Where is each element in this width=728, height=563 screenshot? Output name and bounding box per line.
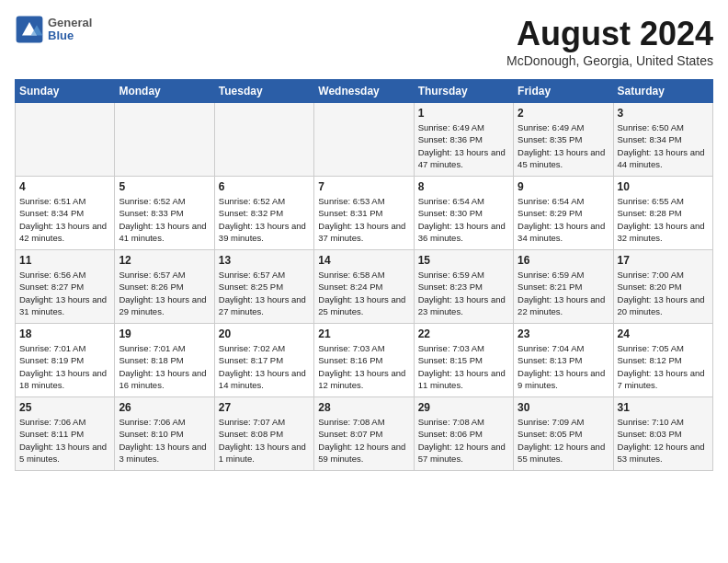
day-number: 6 — [219, 180, 310, 193]
day-info: Sunrise: 7:08 AMSunset: 8:06 PMDaylight:… — [418, 416, 509, 465]
day-info: Sunrise: 6:57 AMSunset: 8:25 PMDaylight:… — [219, 269, 310, 317]
day-number: 26 — [119, 401, 210, 414]
calendar-cell: 19 Sunrise: 7:01 AMSunset: 8:18 PMDaylig… — [115, 324, 214, 397]
weekday-header-tuesday: Tuesday — [214, 80, 313, 103]
day-number: 13 — [219, 254, 310, 267]
calendar-week-2: 4 Sunrise: 6:51 AMSunset: 8:34 PMDayligh… — [16, 177, 713, 250]
day-info: Sunrise: 7:06 AMSunset: 8:10 PMDaylight:… — [119, 416, 210, 465]
calendar-cell: 18 Sunrise: 7:01 AMSunset: 8:19 PMDaylig… — [16, 324, 115, 397]
calendar-cell: 4 Sunrise: 6:51 AMSunset: 8:34 PMDayligh… — [16, 177, 115, 250]
day-number: 27 — [219, 401, 310, 414]
calendar-cell: 27 Sunrise: 7:07 AMSunset: 8:08 PMDaylig… — [214, 397, 313, 471]
day-number: 8 — [418, 180, 509, 193]
day-info: Sunrise: 6:49 AMSunset: 8:35 PMDaylight:… — [518, 121, 609, 170]
day-number: 10 — [618, 180, 709, 193]
day-number: 9 — [518, 180, 609, 193]
location: McDonough, Georgia, United States — [506, 53, 713, 68]
day-info: Sunrise: 6:59 AMSunset: 8:23 PMDaylight:… — [418, 269, 509, 317]
calendar-cell: 14 Sunrise: 6:58 AMSunset: 8:24 PMDaylig… — [314, 250, 414, 324]
month-title: August 2024 — [506, 15, 713, 53]
day-number: 31 — [618, 401, 709, 414]
day-info: Sunrise: 7:00 AMSunset: 8:20 PMDaylight:… — [618, 269, 709, 317]
day-info: Sunrise: 6:54 AMSunset: 8:30 PMDaylight:… — [418, 195, 509, 244]
calendar-cell — [16, 103, 115, 177]
calendar-cell: 12 Sunrise: 6:57 AMSunset: 8:26 PMDaylig… — [115, 250, 214, 324]
day-number: 14 — [318, 254, 409, 267]
day-number: 25 — [19, 401, 110, 414]
weekday-header-row: SundayMondayTuesdayWednesdayThursdayFrid… — [16, 80, 713, 103]
calendar-cell: 28 Sunrise: 7:08 AMSunset: 8:07 PMDaylig… — [314, 397, 414, 471]
day-info: Sunrise: 6:49 AMSunset: 8:36 PMDaylight:… — [418, 121, 509, 170]
logo-line2: Blue — [48, 29, 92, 42]
logo-icon — [15, 15, 44, 44]
calendar-cell: 22 Sunrise: 7:03 AMSunset: 8:15 PMDaylig… — [414, 324, 513, 397]
calendar-cell — [115, 103, 214, 177]
logo-line1: General — [48, 17, 92, 29]
calendar-cell — [314, 103, 414, 177]
day-number: 15 — [418, 254, 509, 267]
calendar-cell: 25 Sunrise: 7:06 AMSunset: 8:11 PMDaylig… — [16, 397, 115, 471]
day-number: 11 — [19, 254, 110, 267]
day-info: Sunrise: 6:50 AMSunset: 8:34 PMDaylight:… — [618, 121, 709, 170]
day-info: Sunrise: 6:54 AMSunset: 8:29 PMDaylight:… — [518, 195, 609, 244]
weekday-header-sunday: Sunday — [16, 80, 115, 103]
day-info: Sunrise: 6:53 AMSunset: 8:31 PMDaylight:… — [318, 195, 409, 244]
logo-text: General Blue — [48, 17, 92, 43]
day-number: 17 — [618, 254, 709, 267]
calendar-cell: 9 Sunrise: 6:54 AMSunset: 8:29 PMDayligh… — [514, 177, 613, 250]
calendar-cell: 6 Sunrise: 6:52 AMSunset: 8:32 PMDayligh… — [214, 177, 313, 250]
calendar-cell: 30 Sunrise: 7:09 AMSunset: 8:05 PMDaylig… — [514, 397, 613, 471]
day-info: Sunrise: 6:57 AMSunset: 8:26 PMDaylight:… — [119, 269, 210, 317]
calendar-cell: 1 Sunrise: 6:49 AMSunset: 8:36 PMDayligh… — [414, 103, 513, 177]
calendar-cell: 17 Sunrise: 7:00 AMSunset: 8:20 PMDaylig… — [613, 250, 712, 324]
day-info: Sunrise: 7:01 AMSunset: 8:19 PMDaylight:… — [19, 342, 110, 391]
day-info: Sunrise: 7:03 AMSunset: 8:16 PMDaylight:… — [318, 342, 409, 391]
day-info: Sunrise: 6:52 AMSunset: 8:32 PMDaylight:… — [219, 195, 310, 244]
calendar-week-4: 18 Sunrise: 7:01 AMSunset: 8:19 PMDaylig… — [16, 324, 713, 397]
weekday-header-monday: Monday — [115, 80, 214, 103]
day-info: Sunrise: 6:55 AMSunset: 8:28 PMDaylight:… — [618, 195, 709, 244]
day-info: Sunrise: 6:51 AMSunset: 8:34 PMDaylight:… — [19, 195, 110, 244]
calendar-cell: 15 Sunrise: 6:59 AMSunset: 8:23 PMDaylig… — [414, 250, 513, 324]
day-number: 19 — [119, 327, 210, 340]
day-number: 7 — [318, 180, 409, 193]
calendar-cell: 7 Sunrise: 6:53 AMSunset: 8:31 PMDayligh… — [314, 177, 414, 250]
weekday-header-saturday: Saturday — [613, 80, 712, 103]
day-info: Sunrise: 7:06 AMSunset: 8:11 PMDaylight:… — [19, 416, 110, 465]
day-info: Sunrise: 7:10 AMSunset: 8:03 PMDaylight:… — [618, 416, 709, 465]
title-area: August 2024 McDonough, Georgia, United S… — [506, 15, 713, 68]
day-info: Sunrise: 7:07 AMSunset: 8:08 PMDaylight:… — [219, 416, 310, 465]
day-number: 3 — [618, 107, 709, 120]
calendar-table: SundayMondayTuesdayWednesdayThursdayFrid… — [15, 79, 713, 471]
day-number: 4 — [19, 180, 110, 193]
calendar-cell: 16 Sunrise: 6:59 AMSunset: 8:21 PMDaylig… — [514, 250, 613, 324]
day-info: Sunrise: 6:59 AMSunset: 8:21 PMDaylight:… — [518, 269, 609, 317]
day-number: 21 — [318, 327, 409, 340]
day-info: Sunrise: 7:01 AMSunset: 8:18 PMDaylight:… — [119, 342, 210, 391]
day-info: Sunrise: 7:04 AMSunset: 8:13 PMDaylight:… — [518, 342, 609, 391]
weekday-header-friday: Friday — [514, 80, 613, 103]
day-number: 18 — [19, 327, 110, 340]
day-info: Sunrise: 6:56 AMSunset: 8:27 PMDaylight:… — [19, 269, 110, 317]
calendar-cell: 24 Sunrise: 7:05 AMSunset: 8:12 PMDaylig… — [613, 324, 712, 397]
weekday-header-wednesday: Wednesday — [314, 80, 414, 103]
day-number: 23 — [518, 327, 609, 340]
calendar-cell: 20 Sunrise: 7:02 AMSunset: 8:17 PMDaylig… — [214, 324, 313, 397]
calendar-week-3: 11 Sunrise: 6:56 AMSunset: 8:27 PMDaylig… — [16, 250, 713, 324]
day-info: Sunrise: 7:08 AMSunset: 8:07 PMDaylight:… — [318, 416, 409, 465]
calendar-cell: 8 Sunrise: 6:54 AMSunset: 8:30 PMDayligh… — [414, 177, 513, 250]
calendar-cell: 10 Sunrise: 6:55 AMSunset: 8:28 PMDaylig… — [613, 177, 712, 250]
day-number: 12 — [119, 254, 210, 267]
weekday-header-thursday: Thursday — [414, 80, 513, 103]
day-info: Sunrise: 6:58 AMSunset: 8:24 PMDaylight:… — [318, 269, 409, 317]
day-info: Sunrise: 7:02 AMSunset: 8:17 PMDaylight:… — [219, 342, 310, 391]
day-number: 24 — [618, 327, 709, 340]
day-info: Sunrise: 7:05 AMSunset: 8:12 PMDaylight:… — [618, 342, 709, 391]
calendar-cell: 21 Sunrise: 7:03 AMSunset: 8:16 PMDaylig… — [314, 324, 414, 397]
calendar-cell: 3 Sunrise: 6:50 AMSunset: 8:34 PMDayligh… — [613, 103, 712, 177]
day-number: 22 — [418, 327, 509, 340]
day-number: 2 — [518, 107, 609, 120]
calendar-cell — [214, 103, 313, 177]
calendar-week-5: 25 Sunrise: 7:06 AMSunset: 8:11 PMDaylig… — [16, 397, 713, 471]
calendar-week-1: 1 Sunrise: 6:49 AMSunset: 8:36 PMDayligh… — [16, 103, 713, 177]
